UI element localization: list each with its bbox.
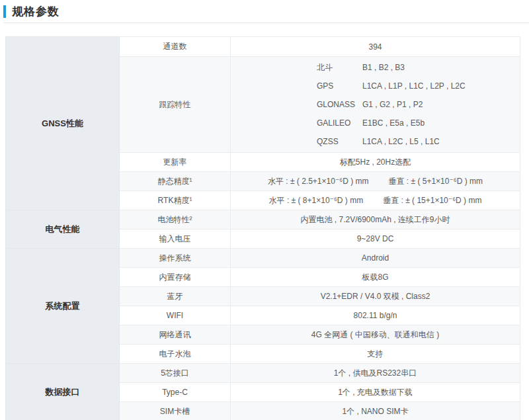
- table-row: 数据接口 5芯接口 1个 , 供电及RS232串口: [6, 364, 520, 383]
- spec-label-cell: Type-C: [120, 383, 231, 402]
- table-row: GNSS性能 通道数 394: [6, 37, 520, 57]
- tracking-entry: QZSS L1CA , L2C , L5 , L1C: [231, 132, 520, 151]
- tracking-entry: GPS L1CA , L1P , L1C , L2P , L2C: [231, 77, 520, 95]
- spec-label-cell: 操作系统: [120, 249, 231, 268]
- table-row: 电气性能 电池特性² 内置电池 , 7.2V/6900mAh , 连续工作9小时: [6, 210, 520, 230]
- accuracy-horizontal: 水平 : ± ( 8+1×10⁻⁶D ) mm: [269, 195, 364, 206]
- constellation-name: GPS: [317, 81, 362, 91]
- spec-label-cell: SIM卡槽: [120, 402, 231, 420]
- tracking-entry: 北斗 B1 , B2 , B3: [231, 58, 520, 77]
- accent-bar: [3, 5, 6, 18]
- spec-value-cell: 9~28V DC: [231, 230, 520, 249]
- spec-value-cell: 板载8G: [231, 268, 520, 287]
- spec-value-cell: 北斗 B1 , B2 , B3 GPS L1CA , L1P , L1C , L…: [231, 57, 520, 153]
- spec-label-cell: 内置存储: [120, 268, 231, 287]
- spec-value-cell: 394: [231, 37, 520, 57]
- spec-label-cell: 网络通讯: [120, 325, 231, 345]
- spec-value-cell: 标配5Hz , 20Hz选配: [231, 153, 520, 172]
- accuracy-vertical: 垂直 : ± ( 5+1×10⁻⁶D ) mm: [389, 176, 483, 187]
- category-cell-gnss: GNSS性能: [6, 37, 120, 210]
- category-cell-system: 系统配置: [6, 249, 120, 364]
- spec-label-cell: 电池特性²: [120, 210, 231, 230]
- page-title: 规格参数: [12, 4, 60, 19]
- spec-value-cell: 水平 : ± ( 2.5+1×10⁻⁶D ) mm 垂直 : ± ( 5+1×1…: [231, 172, 520, 191]
- spec-value-cell: 1个 , 充电及数据下载: [231, 383, 520, 402]
- constellation-name: QZSS: [317, 137, 362, 146]
- tracking-list: 北斗 B1 , B2 , B3 GPS L1CA , L1P , L1C , L…: [231, 57, 520, 152]
- spec-label-cell: 更新率: [120, 153, 231, 172]
- spec-label-cell: 通道数: [120, 37, 231, 57]
- accuracy-vertical: 垂直 : ± ( 15+1×10⁻⁶D ) mm: [383, 195, 481, 206]
- spec-value-cell: 4G 全网通 ( 中国移动、联通和电信 ): [231, 325, 520, 345]
- spec-label-cell: RTK精度¹: [120, 191, 231, 210]
- spec-value-cell: 802.11 b/g/n: [231, 306, 520, 325]
- spec-label-cell: 静态精度¹: [120, 172, 231, 191]
- spec-value-cell: V2.1+EDR / V4.0 双模 , Class2: [231, 287, 520, 306]
- constellation-signals: B1 , B2 , B3: [362, 63, 405, 72]
- tracking-entry: GLONASS G1 , G2 , P1 , P2: [231, 95, 520, 114]
- spec-value-cell: 水平 : ± ( 8+1×10⁻⁶D ) mm 垂直 : ± ( 15+1×10…: [231, 191, 520, 210]
- spec-label-cell: WIFI: [120, 306, 231, 325]
- spec-label-cell: 输入电压: [120, 230, 231, 249]
- spec-table: GNSS性能 通道数 394 跟踪特性 北斗 B1 , B2 , B3 GPS …: [5, 36, 520, 420]
- constellation-signals: L1CA , L1P , L1C , L2P , L2C: [362, 81, 466, 91]
- tracking-entry: GALILEO E1BC , E5a , E5b: [231, 114, 520, 132]
- category-cell-interface: 数据接口: [6, 364, 120, 420]
- spec-value-cell: 1个 , 供电及RS232串口: [231, 364, 520, 383]
- spec-value-cell: Android: [231, 249, 520, 268]
- accuracy-horizontal: 水平 : ± ( 2.5+1×10⁻⁶D ) mm: [268, 176, 369, 187]
- constellation-signals: L1CA , L2C , L5 , L1C: [362, 137, 440, 146]
- constellation-signals: E1BC , E5a , E5b: [362, 118, 425, 128]
- constellation-name: GLONASS: [317, 100, 362, 109]
- spec-label-cell: 蓝牙: [120, 287, 231, 306]
- page-header: 规格参数: [0, 0, 529, 23]
- spec-label-cell: 电子水泡: [120, 345, 231, 364]
- category-cell-electrical: 电气性能: [6, 210, 120, 249]
- spec-label-cell: 跟踪特性: [120, 57, 231, 153]
- constellation-name: 北斗: [317, 62, 362, 73]
- spec-label-cell: 5芯接口: [120, 364, 231, 383]
- constellation-signals: G1 , G2 , P1 , P2: [362, 100, 423, 109]
- spec-value-cell: 支持: [231, 345, 520, 364]
- table-row: 系统配置 操作系统 Android: [6, 249, 520, 268]
- constellation-name: GALILEO: [317, 118, 362, 128]
- spec-value-cell: 内置电池 , 7.2V/6900mAh , 连续工作9小时: [231, 210, 520, 230]
- header-divider: [3, 22, 529, 23]
- spec-value-cell: 1个 , NANO SIM卡: [231, 402, 520, 420]
